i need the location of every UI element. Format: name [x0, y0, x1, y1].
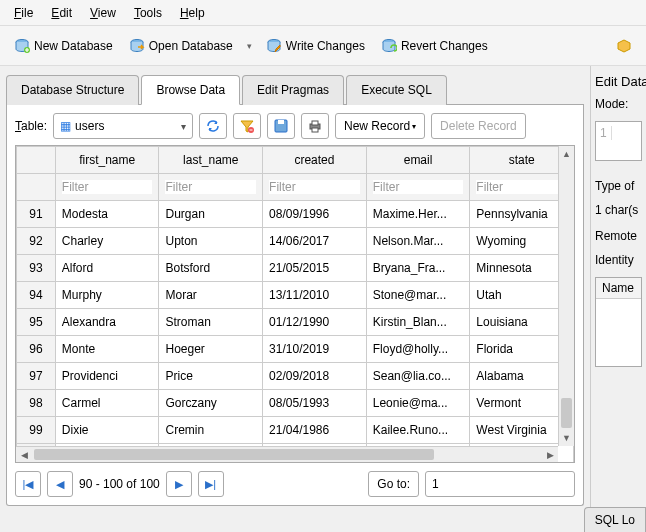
code-editor[interactable]: 1 [595, 121, 642, 161]
cell-created[interactable]: 08/09/1996 [263, 201, 367, 228]
print-button[interactable] [301, 113, 329, 139]
row-number: 96 [17, 336, 56, 363]
new-record-button[interactable]: New Record [335, 113, 425, 139]
cell-first-name[interactable]: Charley [55, 228, 159, 255]
cell-first-name[interactable]: Monte [55, 336, 159, 363]
identity-list[interactable]: Name [595, 277, 642, 367]
scroll-left-icon[interactable]: ◀ [16, 447, 32, 462]
cell-last-name[interactable]: Botsford [159, 255, 263, 282]
filter-state[interactable] [476, 180, 567, 194]
cell-first-name[interactable]: Carmel [55, 390, 159, 417]
cell-email[interactable]: Stone@mar... [366, 282, 470, 309]
sql-log-tab[interactable]: SQL Lo [590, 507, 646, 532]
first-page-button[interactable]: |◀ [15, 471, 41, 497]
clear-filters-button[interactable] [233, 113, 261, 139]
cube-icon [616, 38, 632, 54]
revert-changes-icon [381, 38, 397, 54]
tab-browse-data[interactable]: Browse Data [141, 75, 240, 105]
cell-last-name[interactable]: Durgan [159, 201, 263, 228]
cell-email[interactable]: Maxime.Her... [366, 201, 470, 228]
col-last-name[interactable]: last_name [159, 147, 263, 174]
cell-first-name[interactable]: Dixie [55, 417, 159, 444]
tab-edit-pragmas[interactable]: Edit Pragmas [242, 75, 344, 105]
table-row[interactable]: 98CarmelGorczany08/05/1993Leonie@ma...Ve… [17, 390, 574, 417]
menubar: File Edit View Tools Help [0, 0, 646, 26]
cell-last-name[interactable]: Gorczany [159, 390, 263, 417]
table-row[interactable]: 92CharleyUpton14/06/2017Nelson.Mar...Wyo… [17, 228, 574, 255]
cell-created[interactable]: 13/11/2010 [263, 282, 367, 309]
goto-input[interactable] [425, 471, 575, 497]
table-row[interactable]: 95AlexandraStroman01/12/1990Kirstin_Blan… [17, 309, 574, 336]
table-row[interactable]: 93AlfordBotsford21/05/2015Bryana_Fra...M… [17, 255, 574, 282]
filter-last-name[interactable] [165, 180, 256, 194]
cell-email[interactable]: Sean@lia.co... [366, 363, 470, 390]
name-header[interactable]: Name [596, 278, 641, 299]
scroll-down-icon[interactable]: ▼ [559, 430, 574, 446]
scroll-right-icon[interactable]: ▶ [542, 447, 558, 462]
table-row[interactable]: 91ModestaDurgan08/09/1996Maxime.Her...Pe… [17, 201, 574, 228]
cell-created[interactable]: 31/10/2019 [263, 336, 367, 363]
write-changes-button[interactable]: Write Changes [260, 34, 371, 58]
cell-last-name[interactable]: Morar [159, 282, 263, 309]
col-created[interactable]: created [263, 147, 367, 174]
hscroll-thumb[interactable] [34, 449, 434, 460]
table-row[interactable]: 94MurphyMorar13/11/2010Stone@mar...Utah [17, 282, 574, 309]
cell-email[interactable]: Leonie@ma... [366, 390, 470, 417]
scroll-thumb[interactable] [561, 398, 572, 428]
filter-first-name[interactable] [62, 180, 153, 194]
cell-created[interactable]: 14/06/2017 [263, 228, 367, 255]
cell-email[interactable]: Kirstin_Blan... [366, 309, 470, 336]
tab-database-structure[interactable]: Database Structure [6, 75, 139, 105]
revert-changes-button[interactable]: Revert Changes [375, 34, 494, 58]
menu-help[interactable]: Help [172, 3, 213, 23]
cell-email[interactable]: Kailee.Runo... [366, 417, 470, 444]
cell-last-name[interactable]: Upton [159, 228, 263, 255]
cell-last-name[interactable]: Cremin [159, 417, 263, 444]
tab-execute-sql[interactable]: Execute SQL [346, 75, 447, 105]
filter-email[interactable] [373, 180, 464, 194]
cell-created[interactable]: 08/05/1993 [263, 390, 367, 417]
cell-first-name[interactable]: Alexandra [55, 309, 159, 336]
save-button[interactable] [267, 113, 295, 139]
menu-view[interactable]: View [82, 3, 124, 23]
table-label: Table: [15, 119, 47, 133]
row-number: 94 [17, 282, 56, 309]
cell-email[interactable]: Bryana_Fra... [366, 255, 470, 282]
cell-first-name[interactable]: Alford [55, 255, 159, 282]
table-row[interactable]: 96MonteHoeger31/10/2019Floyd@holly...Flo… [17, 336, 574, 363]
cell-email[interactable]: Floyd@holly... [366, 336, 470, 363]
table-selector[interactable]: ▦users ▾ [53, 113, 193, 139]
next-page-button[interactable]: ▶ [166, 471, 192, 497]
open-database-button[interactable]: Open Database [123, 34, 239, 58]
vertical-scrollbar[interactable]: ▲ ▼ [558, 146, 574, 446]
cell-first-name[interactable]: Murphy [55, 282, 159, 309]
goto-button[interactable]: Go to: [368, 471, 419, 497]
prev-page-button[interactable]: ◀ [47, 471, 73, 497]
menu-edit[interactable]: Edit [43, 3, 80, 23]
menu-file[interactable]: File [6, 3, 41, 23]
cell-last-name[interactable]: Stroman [159, 309, 263, 336]
cell-created[interactable]: 02/09/2018 [263, 363, 367, 390]
scroll-up-icon[interactable]: ▲ [559, 146, 574, 162]
table-icon: ▦ [60, 119, 71, 133]
cell-email[interactable]: Nelson.Mar... [366, 228, 470, 255]
cell-created[interactable]: 21/04/1986 [263, 417, 367, 444]
cell-created[interactable]: 21/05/2015 [263, 255, 367, 282]
cell-last-name[interactable]: Price [159, 363, 263, 390]
cell-last-name[interactable]: Hoeger [159, 336, 263, 363]
cell-created[interactable]: 01/12/1990 [263, 309, 367, 336]
new-database-button[interactable]: New Database [8, 34, 119, 58]
menu-tools[interactable]: Tools [126, 3, 170, 23]
refresh-button[interactable] [199, 113, 227, 139]
horizontal-scrollbar[interactable]: ◀ ▶ [16, 446, 558, 462]
cell-first-name[interactable]: Modesta [55, 201, 159, 228]
cell-first-name[interactable]: Providenci [55, 363, 159, 390]
filter-created[interactable] [269, 180, 360, 194]
extra-button[interactable] [610, 34, 638, 58]
open-database-dropdown[interactable]: ▾ [243, 41, 256, 51]
table-row[interactable]: 97ProvidenciPrice02/09/2018Sean@lia.co..… [17, 363, 574, 390]
last-page-button[interactable]: ▶| [198, 471, 224, 497]
table-row[interactable]: 99DixieCremin21/04/1986Kailee.Runo...Wes… [17, 417, 574, 444]
col-email[interactable]: email [366, 147, 470, 174]
col-first-name[interactable]: first_name [55, 147, 159, 174]
